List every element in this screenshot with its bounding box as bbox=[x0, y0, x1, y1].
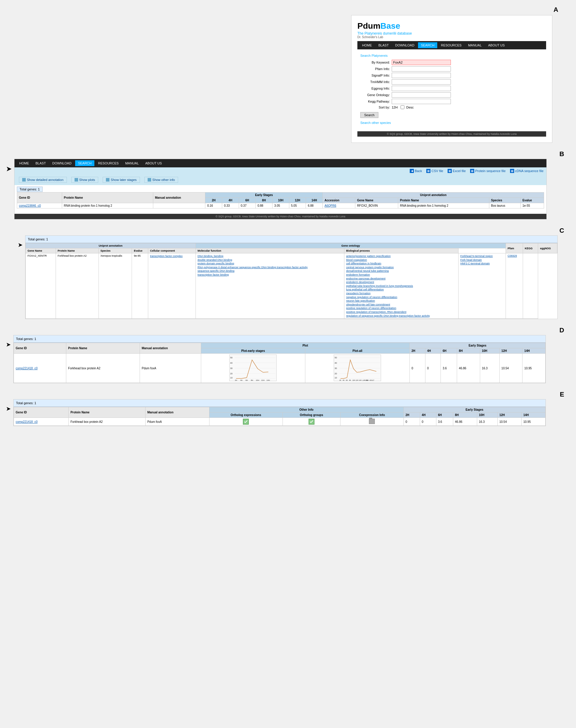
sort-label: Sort by: bbox=[360, 105, 390, 109]
accession-link-b[interactable]: A6QPR6 bbox=[324, 204, 336, 207]
keyword-label: By Keyword: bbox=[360, 61, 390, 64]
ortholog-expr-icon[interactable] bbox=[243, 419, 249, 425]
nav-aboutus-a[interactable]: ABOUT US bbox=[485, 42, 508, 48]
th-2h-b: 2H bbox=[205, 198, 222, 203]
gene-ontology-input[interactable] bbox=[392, 92, 451, 98]
svg-text:40: 40 bbox=[230, 362, 233, 364]
c-protein-name: Forkhead box protein A2 bbox=[56, 253, 98, 319]
th-plot-d: Plot bbox=[201, 343, 409, 348]
e-coexpression bbox=[341, 418, 404, 426]
th-10h-e: 10H bbox=[477, 413, 497, 418]
keyword-input[interactable] bbox=[392, 60, 451, 65]
pdumbase-panel: PdumBase The Platynereis dumerilii datab… bbox=[351, 15, 552, 143]
nav-download-b[interactable]: DOWNLOAD bbox=[50, 160, 75, 166]
back-button[interactable]: ◀ Back bbox=[410, 169, 422, 173]
nav-blast-b[interactable]: BLAST bbox=[32, 160, 49, 166]
c-gene-name: FOXA2_XENTR bbox=[26, 253, 56, 319]
show-later-stages-btn[interactable]: Show later stages bbox=[103, 177, 140, 183]
gene-id-link-e[interactable]: comp221418_c0 bbox=[16, 420, 37, 423]
svg-text:6H: 6H bbox=[346, 380, 348, 381]
th-14h-b: 14H bbox=[306, 198, 323, 203]
c-biological: anterior/posterior pattern specification… bbox=[344, 253, 458, 319]
arrow-e: ➤ bbox=[6, 405, 11, 412]
show-other-info-btn[interactable]: Show other info bbox=[144, 177, 178, 183]
e-6h: 3.6 bbox=[436, 418, 453, 426]
tmhmm-input[interactable] bbox=[392, 79, 451, 85]
nav-manual-a[interactable]: MANUAL bbox=[465, 42, 485, 48]
back-label: Back bbox=[415, 169, 422, 173]
th-uniprot-protein-b: Protein Name bbox=[398, 198, 489, 203]
th-6h-d: 6H bbox=[441, 348, 457, 354]
nav-search-a[interactable]: SEARCH bbox=[418, 42, 437, 48]
th-kegg-c: KEGG bbox=[523, 243, 538, 253]
excel-button[interactable]: ▦ Excel file bbox=[448, 169, 466, 173]
nav-aboutus-b[interactable]: ABOUT US bbox=[142, 160, 165, 166]
th-4h-d: 4H bbox=[425, 348, 441, 354]
table-wrapper-b: Total genes: 1 Gene ID Protein Name Manu… bbox=[15, 185, 546, 211]
svg-text:14H: 14H bbox=[359, 380, 362, 381]
cdna-seq-button[interactable]: ▦ cDNA sequence file bbox=[510, 169, 544, 173]
nav-download-a[interactable]: DOWNLOAD bbox=[392, 42, 417, 48]
arrow-d: ➤ bbox=[6, 341, 11, 348]
c-pfam: Forkhead N-terminal region Fork head dom… bbox=[459, 253, 506, 319]
ortholog-groups-icon[interactable] bbox=[309, 419, 315, 425]
nav-resources-a[interactable]: RESOURCES bbox=[438, 42, 464, 48]
nav-search-b[interactable]: SEARCH bbox=[75, 160, 95, 166]
kegg-input[interactable] bbox=[392, 99, 451, 104]
d-protein-name: Forkhead box protein A2 bbox=[66, 354, 140, 383]
eggnog-input[interactable] bbox=[392, 86, 451, 91]
site-subtitle: The Platynereis dumerilii database bbox=[357, 31, 546, 35]
total-genes-e: Total genes: 1 bbox=[16, 401, 36, 405]
svg-rect-18 bbox=[334, 355, 381, 381]
th-8h-b: 8H bbox=[256, 198, 272, 203]
th-12h-d: 12H bbox=[499, 348, 522, 354]
back-icon: ◀ bbox=[410, 169, 414, 173]
keyword-row: By Keyword: bbox=[360, 60, 543, 65]
th-uniprot-b: Uniprot annotation bbox=[323, 192, 544, 198]
nav-home-a[interactable]: HOME bbox=[359, 42, 375, 48]
gene-id-link-d[interactable]: comp221418_c0 bbox=[16, 367, 37, 370]
th-species-c: Species bbox=[98, 248, 132, 253]
search-button-a[interactable]: Search bbox=[360, 112, 378, 118]
protein-seq-button[interactable]: ▦ Protein sequence file bbox=[470, 169, 506, 173]
nav-manual-b[interactable]: MANUAL bbox=[122, 160, 142, 166]
nav-blast-a[interactable]: BLAST bbox=[375, 42, 392, 48]
nav-home-b[interactable]: HOME bbox=[16, 160, 32, 166]
th-protein-name-d: Protein Name bbox=[66, 343, 140, 354]
svg-text:40: 40 bbox=[335, 362, 337, 364]
results-panel-e: Total genes: 1 Gene ID Protein Name Manu… bbox=[13, 399, 546, 426]
th-protein-name-b: Protein Name bbox=[62, 192, 153, 203]
show-plots-btn[interactable]: Show plots bbox=[71, 177, 98, 183]
gene-id-link-b[interactable]: comp219846_c0 bbox=[19, 204, 41, 207]
all-stages-plot: 50 40 30 20 10 bbox=[334, 355, 381, 381]
e-10h: 16.3 bbox=[477, 418, 497, 426]
th-gene-ontology-c: Gene ontology bbox=[196, 243, 506, 248]
pfam-input[interactable] bbox=[392, 66, 451, 71]
th-evalue-b: Evalue bbox=[520, 198, 544, 203]
svg-text:30: 30 bbox=[230, 367, 233, 369]
th-12h-b: 12H bbox=[289, 198, 306, 203]
d-8h: 46.86 bbox=[457, 354, 480, 383]
search-other-link[interactable]: Search other species bbox=[360, 121, 543, 124]
coexpression-folder-icon[interactable] bbox=[369, 419, 375, 424]
show-detailed-btn[interactable]: Show detailed annotation bbox=[19, 177, 67, 183]
th-early-stages-e: Early Stages bbox=[404, 407, 545, 413]
svg-text:10: 10 bbox=[335, 377, 337, 379]
nav-resources-b[interactable]: RESOURCES bbox=[95, 160, 122, 166]
show-other-info-icon bbox=[148, 178, 151, 182]
csv-button[interactable]: ▦ CSV file bbox=[426, 169, 443, 173]
svg-text:4H: 4H bbox=[240, 380, 242, 381]
nav-bar-b: HOME BLAST DOWNLOAD SEARCH RESOURCES MAN… bbox=[15, 159, 546, 168]
checkmark-icon bbox=[244, 420, 248, 423]
signalp-label: SignalP Info: bbox=[360, 73, 390, 77]
stage-8h-b: 0.88 bbox=[256, 203, 272, 209]
sort-value: 12H bbox=[392, 105, 398, 109]
stage-4h-b: 0.33 bbox=[222, 203, 239, 209]
sort-desc-check[interactable] bbox=[401, 105, 404, 109]
d-plot-all: 50 40 30 20 10 bbox=[305, 354, 410, 383]
signalp-input[interactable] bbox=[392, 73, 451, 78]
arrow-c: ➤ bbox=[18, 241, 23, 248]
search-platynereis-link[interactable]: Search Platynereis bbox=[360, 54, 543, 57]
th-other-info-e: Other Info bbox=[209, 407, 404, 413]
nav-bar-a: HOME BLAST DOWNLOAD SEARCH RESOURCES MAN… bbox=[357, 41, 546, 50]
